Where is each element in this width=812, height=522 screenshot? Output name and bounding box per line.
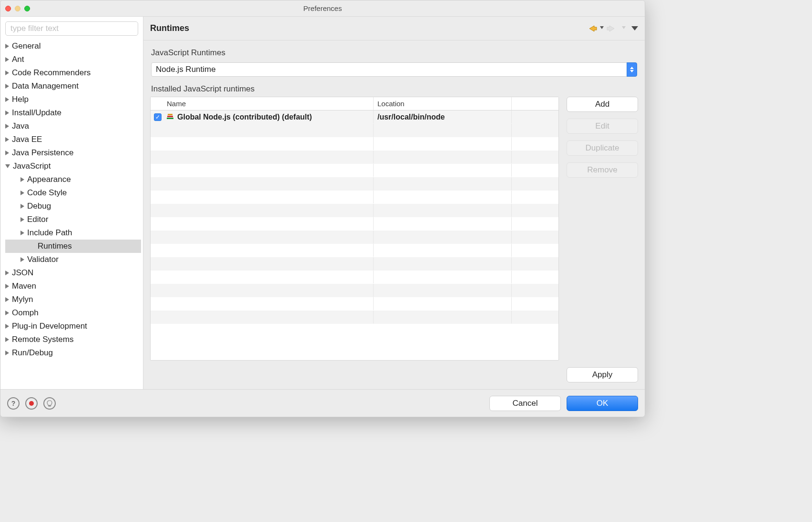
zoom-window-button[interactable] [24,6,30,11]
table-row-empty [151,311,558,324]
back-menu-icon[interactable] [600,26,604,31]
tree-item-java-persistence[interactable]: Java Persistence [5,146,141,160]
tree-arrow-down-icon[interactable] [5,164,10,168]
tree-item-javascript[interactable]: JavaScript [5,160,141,173]
table-row-empty [151,271,558,284]
tree-item-run-debug[interactable]: Run/Debug [5,346,141,360]
tree-item-oomph[interactable]: Oomph [5,306,141,320]
col-header-end [512,97,558,110]
tree-item-code-style[interactable]: Code Style [5,186,141,200]
tree-item-label: Ant [12,55,24,64]
tree-arrow-right-icon[interactable] [20,217,24,222]
tree-arrow-right-icon[interactable] [5,324,9,329]
tree-item-label: Code Recommenders [12,68,91,78]
tree-item-editor[interactable]: Editor [5,213,141,226]
tree-item-mylyn[interactable]: Mylyn [5,293,141,306]
runtime-checkbox[interactable]: ✓ [154,113,162,121]
edit-button: Edit [567,119,638,134]
apply-button[interactable]: Apply [567,367,638,382]
table-body: ✓Global Node.js (contributed) (default)/… [151,110,558,360]
tree-item-plug-in-development[interactable]: Plug-in Development [5,320,141,333]
tree-item-label: Maven [12,281,36,291]
tree-arrow-right-icon[interactable] [5,351,9,355]
tree-arrow-right-icon[interactable] [5,70,9,75]
tree-item-remote-systems[interactable]: Remote Systems [5,333,141,346]
tree-arrow-right-icon[interactable] [5,124,9,129]
preferences-tree[interactable]: GeneralAntCode RecommendersData Manageme… [2,40,141,389]
tree-arrow-right-icon[interactable] [20,191,24,195]
table-row-empty [151,244,558,257]
table-row[interactable]: ✓Global Node.js (contributed) (default)/… [151,110,558,124]
tree-arrow-right-icon[interactable] [20,231,24,235]
tree-item-label: JSON [12,268,33,278]
tree-item-code-recommenders[interactable]: Code Recommenders [5,66,141,80]
add-button[interactable]: Add [567,97,638,112]
tree-item-help[interactable]: Help [5,93,141,106]
view-menu-icon[interactable] [631,26,638,31]
col-header-name[interactable]: Name [165,97,374,110]
tree-item-json[interactable]: JSON [5,266,141,280]
hint-icon[interactable] [43,397,56,410]
filter-input[interactable] [5,21,138,36]
svg-rect-2 [168,114,173,115]
tree-arrow-right-icon[interactable] [5,84,9,89]
tree-arrow-right-icon[interactable] [5,284,9,289]
tree-arrow-right-icon[interactable] [5,57,9,62]
apply-row: Apply [150,367,638,382]
tree-item-runtimes[interactable]: Runtimes [5,240,141,253]
tree-item-java[interactable]: Java [5,120,141,133]
tree-item-appearance[interactable]: Appearance [5,173,141,186]
help-icon[interactable]: ? [7,397,20,410]
cancel-button[interactable]: Cancel [489,396,561,411]
tree-item-java-ee[interactable]: Java EE [5,133,141,146]
tree-item-label: Runtimes [38,241,72,251]
tree-arrow-right-icon[interactable] [5,97,9,102]
tree-arrow-right-icon[interactable] [5,271,9,275]
tree-arrow-right-icon[interactable] [5,297,9,302]
tree-item-ant[interactable]: Ant [5,53,141,66]
svg-rect-1 [167,116,173,117]
tree-item-data-management[interactable]: Data Management [5,80,141,93]
tree-item-maven[interactable]: Maven [5,280,141,293]
table-row-empty [151,177,558,191]
tree-arrow-right-icon[interactable] [5,110,9,115]
back-arrow-icon[interactable] [585,25,597,32]
tree-arrow-right-icon[interactable] [5,44,9,49]
tree-item-install-update[interactable]: Install/Update [5,106,141,120]
tree-arrow-right-icon[interactable] [5,337,9,342]
runtime-type-combo[interactable]: Node.js Runtime [151,62,637,77]
tree-item-label: Java [12,121,29,131]
tree-item-label: Code Style [27,188,67,198]
tree-arrow-right-icon[interactable] [20,257,24,262]
tree-item-debug[interactable]: Debug [5,200,141,213]
runtime-location: /usr/local/bin/node [374,110,512,123]
tree-item-general[interactable]: General [5,40,141,53]
ok-button[interactable]: OK [567,396,638,411]
col-header-location[interactable]: Location [374,97,512,110]
table-row-empty [151,204,558,217]
tree-arrow-right-icon[interactable] [5,311,9,315]
preferences-window: Preferences GeneralAntCode RecommendersD… [0,0,645,417]
footer: ? Cancel OK [0,389,645,417]
error-log-icon[interactable] [25,397,38,410]
main-header: Runtimes [143,17,645,40]
table-row-empty [151,151,558,164]
tree-arrow-right-icon[interactable] [20,177,24,182]
table-row-empty [151,231,558,244]
tree-arrow-right-icon[interactable] [5,151,9,155]
tree-arrow-right-icon[interactable] [5,137,9,142]
combo-stepper-icon[interactable] [627,62,637,77]
tree-item-include-path[interactable]: Include Path [5,226,141,240]
filter-container [5,21,138,36]
table-row-empty [151,284,558,297]
tree-item-validator[interactable]: Validator [5,253,141,266]
preferences-sidebar: GeneralAntCode RecommendersData Manageme… [0,17,143,389]
library-icon [167,114,175,120]
runtimes-table[interactable]: Name Location ✓Global Node.js (contribut… [150,97,559,361]
table-row-empty [151,124,558,137]
tree-arrow-right-icon[interactable] [20,204,24,209]
titlebar: Preferences [0,0,645,17]
close-window-button[interactable] [5,6,11,11]
remove-button: Remove [567,162,638,178]
tree-item-label: Editor [27,215,48,224]
